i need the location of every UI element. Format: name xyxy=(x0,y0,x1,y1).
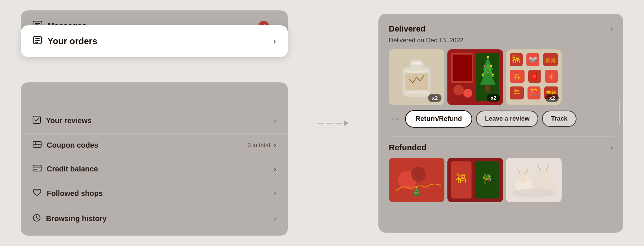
history-icon xyxy=(33,214,41,224)
scrollbar[interactable] xyxy=(619,101,620,124)
delivered-chevron: › xyxy=(611,25,613,33)
svg-point-29 xyxy=(492,73,494,75)
svg-point-31 xyxy=(463,89,472,98)
svg-point-24 xyxy=(487,56,489,58)
reviews-label: Your reviews xyxy=(46,117,92,125)
menu-item-history[interactable]: Browsing history › xyxy=(21,206,288,231)
reviews-icon xyxy=(33,116,41,126)
menu-item-coupons[interactable]: Coupon codes 3 in total › xyxy=(21,134,288,157)
product-images: x2 xyxy=(389,49,613,105)
svg-text:🎄: 🎄 xyxy=(411,186,422,197)
menu-item-reviews[interactable]: Your reviews › xyxy=(21,108,288,134)
qty-badge-3: x2 xyxy=(545,94,559,102)
more-options-button[interactable]: ··· xyxy=(389,112,401,125)
credit-label: Credit balance xyxy=(47,165,98,173)
svg-point-28 xyxy=(487,71,489,73)
reviews-chevron: › xyxy=(274,117,276,125)
svg-rect-23 xyxy=(485,85,490,92)
product-thumb-3: 福 🐭 喜喜 春 🧧 牛 年 🎊 吉祥 x2 xyxy=(506,49,562,105)
return-refund-button[interactable]: Return/Refund xyxy=(405,110,472,128)
delivered-title: Delivered xyxy=(389,24,426,34)
left-panel: Messages 4 › Your orders › xyxy=(21,10,288,236)
history-label: Browsing history xyxy=(46,214,106,223)
svg-text:🎊: 🎊 xyxy=(530,88,538,96)
refunded-title: Refunded xyxy=(389,143,426,152)
right-panel: Delivered › Delivered on Dec 13, 2022 x2 xyxy=(378,14,623,233)
dash-1 xyxy=(318,123,324,124)
heart-icon xyxy=(33,188,42,199)
qty-badge-1: x2 xyxy=(428,94,441,102)
svg-text:福: 福 xyxy=(456,173,466,184)
svg-text:喜喜: 喜喜 xyxy=(545,57,556,63)
dash-2 xyxy=(326,123,333,124)
svg-point-27 xyxy=(482,73,484,75)
svg-text:年: 年 xyxy=(513,89,520,96)
history-chevron: › xyxy=(274,215,276,223)
svg-point-65 xyxy=(512,188,556,197)
track-button[interactable]: Track xyxy=(542,111,576,127)
dash-3 xyxy=(335,123,342,124)
orders-chevron: › xyxy=(273,37,276,46)
refunded-section: Refunded › 🎄 福 xyxy=(389,143,613,202)
dashed-arrow xyxy=(318,121,349,126)
svg-rect-15 xyxy=(411,60,422,64)
svg-point-64 xyxy=(538,170,549,181)
svg-point-25 xyxy=(484,65,486,67)
refunded-thumb-2: 福 🎋 xyxy=(447,158,503,202)
svg-point-63 xyxy=(518,174,527,183)
orders-left: Your orders xyxy=(33,36,97,47)
credit-icon xyxy=(33,165,42,173)
menu-item-credit[interactable]: Credit balance › xyxy=(21,157,288,181)
refunded-header[interactable]: Refunded › xyxy=(389,143,613,152)
svg-point-53 xyxy=(411,167,426,182)
orders-card[interactable]: Your orders › xyxy=(21,25,288,57)
refunded-chevron: › xyxy=(611,144,613,151)
refunded-thumb-3 xyxy=(506,158,562,202)
svg-text:🧧: 🧧 xyxy=(531,73,538,80)
svg-point-26 xyxy=(490,65,492,67)
delivered-header[interactable]: Delivered › xyxy=(389,24,613,34)
svg-text:🎋: 🎋 xyxy=(482,173,493,184)
action-row: ··· Return/Refund Leave a review Track xyxy=(389,110,613,128)
svg-text:牛: 牛 xyxy=(549,74,554,80)
svg-text:春: 春 xyxy=(514,73,520,80)
credit-chevron: › xyxy=(274,165,276,173)
svg-point-30 xyxy=(453,85,464,95)
section-divider xyxy=(389,137,613,137)
svg-text:福: 福 xyxy=(512,55,520,64)
svg-rect-7 xyxy=(34,169,37,170)
followed-label: Followed shops xyxy=(47,189,103,198)
coupons-chevron: › xyxy=(274,141,276,149)
coupon-icon xyxy=(33,141,42,150)
refunded-images: 🎄 福 🎋 xyxy=(389,158,613,202)
product-thumb-1: x2 xyxy=(389,49,444,105)
delivered-date: Delivered on Dec 13, 2022 xyxy=(389,37,613,44)
menu-item-followed[interactable]: Followed shops › xyxy=(21,181,288,206)
product-thumb-2: x2 xyxy=(447,49,503,105)
svg-rect-18 xyxy=(453,55,472,81)
leave-review-button[interactable]: Leave a review xyxy=(476,111,538,127)
menu-items-container: Your reviews › Coupon codes 3 in total xyxy=(21,82,288,236)
coupons-label: Coupon codes xyxy=(47,141,98,150)
svg-text:🐭: 🐭 xyxy=(528,55,538,64)
svg-rect-13 xyxy=(405,73,428,90)
orders-icon xyxy=(33,36,42,47)
svg-point-4 xyxy=(35,144,36,145)
coupons-meta: 3 in total xyxy=(248,142,270,149)
arrow-head xyxy=(344,121,349,126)
connector xyxy=(318,121,349,126)
orders-title: Your orders xyxy=(47,36,97,46)
svg-rect-6 xyxy=(33,167,41,168)
svg-point-12 xyxy=(402,90,431,98)
refunded-thumb-1: 🎄 xyxy=(389,158,444,202)
followed-chevron: › xyxy=(274,190,276,197)
qty-badge-2: x2 xyxy=(487,94,500,102)
